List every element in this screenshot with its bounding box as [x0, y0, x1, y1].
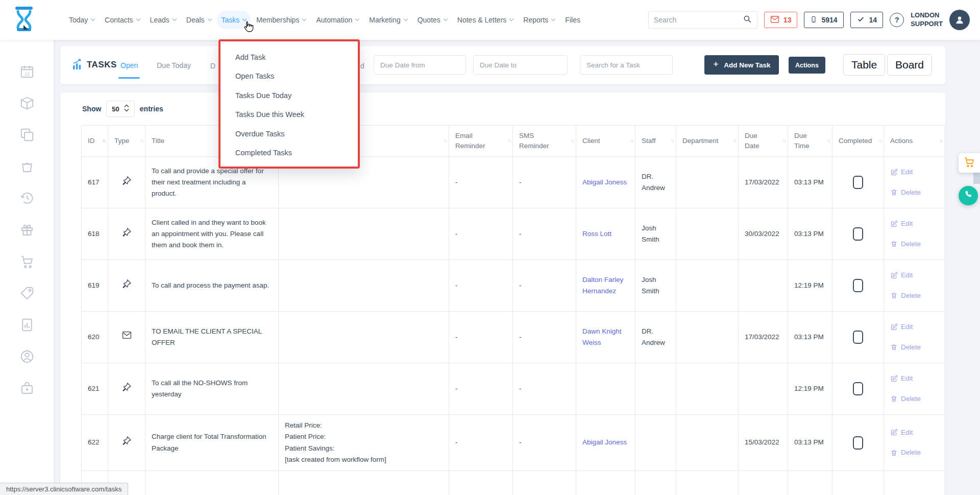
help-button[interactable]: ?	[890, 13, 904, 27]
sort-icon[interactable]: ↑↓	[507, 137, 510, 145]
sort-icon[interactable]: ↑↓	[878, 137, 881, 145]
due-date-from-input[interactable]	[374, 55, 466, 75]
duplicate-icon[interactable]	[19, 127, 35, 143]
board-view-button[interactable]: Board	[887, 54, 932, 76]
scrollbar-thumb[interactable]	[973, 173, 980, 184]
task-description	[279, 363, 449, 415]
sort-icon[interactable]: ↑↓	[103, 137, 106, 145]
avatar[interactable]	[949, 10, 970, 30]
nav-item-reports[interactable]: Reports	[519, 11, 559, 29]
support-icon[interactable]	[19, 349, 35, 364]
nav-item-files[interactable]: Files	[560, 11, 585, 29]
nav-item-leads[interactable]: Leads	[145, 11, 181, 29]
tasks-menu-item-overdue-tasks[interactable]: Overdue Tasks	[220, 124, 358, 144]
delete-task-link[interactable]: Delete	[890, 393, 921, 405]
basket-icon[interactable]	[19, 159, 35, 174]
completed-checkbox[interactable]	[853, 279, 863, 292]
page-size-select[interactable]: 50	[106, 101, 134, 117]
nav-item-deals[interactable]: Deals	[182, 11, 216, 29]
edit-task-link[interactable]: Edit	[890, 321, 913, 333]
column-header-type[interactable]: Type↑↓	[108, 126, 145, 157]
tab-fragment-right[interactable]: d	[360, 62, 364, 70]
nav-item-quotes[interactable]: Quotes	[413, 11, 452, 29]
column-header-id[interactable]: ID↑↓	[82, 126, 108, 157]
client-link[interactable]: Dalton Farley Hernandez	[582, 276, 623, 295]
floating-phone-button[interactable]	[959, 186, 978, 205]
sort-icon[interactable]: ↑↓	[939, 137, 942, 145]
delete-task-link[interactable]: Delete	[890, 239, 921, 250]
column-header-due_date[interactable]: Due Date↑↓	[739, 126, 788, 157]
column-header-actions[interactable]: Actions↑↓	[884, 126, 945, 157]
nav-item-notes-letters[interactable]: Notes & Letters	[453, 11, 518, 29]
tab-open[interactable]: Open	[120, 46, 138, 84]
tasks-menu-item-completed-tasks[interactable]: Completed Tasks	[220, 144, 358, 163]
client-link[interactable]: Ross Lott	[582, 230, 611, 238]
search-input[interactable]	[654, 16, 743, 24]
nav-item-tasks[interactable]: Tasks	[217, 11, 251, 29]
messages-badge[interactable]: 13	[764, 12, 798, 28]
column-header-completed[interactable]: Completed↑↓	[832, 126, 884, 157]
report-icon[interactable]	[19, 317, 35, 333]
package-icon[interactable]	[19, 96, 35, 111]
sort-icon[interactable]: ↑↓	[630, 137, 633, 145]
nav-item-marketing[interactable]: Marketing	[364, 11, 411, 29]
completed-checkbox[interactable]	[853, 176, 863, 189]
edit-task-link[interactable]: Edit	[890, 373, 913, 384]
edit-task-link[interactable]: Edit	[890, 270, 913, 281]
sort-icon[interactable]: ↑↓	[571, 137, 574, 145]
actions-button[interactable]: Actions	[789, 57, 825, 74]
nav-item-memberships[interactable]: Memberships	[252, 11, 310, 29]
delete-task-link[interactable]: Delete	[890, 290, 921, 301]
tasks-menu-item-tasks-due-today[interactable]: Tasks Due Today	[220, 86, 358, 105]
nav-item-automation[interactable]: Automation	[311, 11, 363, 29]
tasks-menu-item-tasks-due-this-week[interactable]: Tasks Due this Week	[220, 105, 358, 125]
delete-task-link[interactable]: Delete	[890, 342, 921, 353]
completed-checkbox[interactable]	[853, 331, 863, 344]
sort-icon[interactable]: ↑↓	[782, 137, 786, 145]
completed-checkbox[interactable]	[853, 436, 863, 450]
table-view-button[interactable]: Table	[843, 54, 885, 76]
tasks-menu-item-open-tasks[interactable]: Open Tasks	[220, 67, 358, 86]
sort-icon[interactable]: ↑↓	[671, 137, 674, 145]
task-row-621: 621To call all the NO-SHOWS from yesterd…	[82, 363, 945, 415]
client-link[interactable]: Abigail Joness	[582, 178, 627, 186]
phone-badge[interactable]: 5914	[804, 12, 843, 28]
completed-checkbox[interactable]	[853, 227, 863, 241]
client-link[interactable]: Abigail Joness	[582, 438, 627, 446]
tag-icon[interactable]	[19, 286, 35, 301]
cart-icon[interactable]	[19, 254, 35, 269]
search-icon[interactable]	[743, 14, 752, 26]
column-header-due_time[interactable]: Due Time↑↓	[788, 126, 832, 157]
gift-icon[interactable]	[19, 222, 35, 238]
column-header-email_reminder[interactable]: Email Reminder↑↓	[449, 126, 513, 157]
nav-item-today[interactable]: Today	[64, 11, 99, 29]
case-icon[interactable]	[19, 381, 35, 396]
column-header-department[interactable]: Department↑↓	[676, 126, 739, 157]
sort-icon[interactable]: ↑↓	[733, 137, 736, 145]
delete-task-link[interactable]: Delete	[890, 187, 921, 198]
column-header-staff[interactable]: Staff↑↓	[635, 126, 676, 157]
client-link[interactable]: Dawn Knight Weiss	[582, 327, 622, 346]
delete-task-link[interactable]: Delete	[890, 447, 921, 458]
tasks-menu-item-add-task[interactable]: Add Task	[220, 48, 358, 67]
due-date-to-input[interactable]	[473, 55, 568, 75]
column-header-client[interactable]: Client↑↓	[576, 126, 635, 157]
edit-task-link[interactable]: Edit	[890, 218, 913, 229]
sort-icon[interactable]: ↑↓	[140, 137, 143, 145]
edit-task-link[interactable]: Edit	[890, 427, 913, 438]
add-new-task-button[interactable]: Add New Task	[704, 55, 779, 75]
nav-item-contacts[interactable]: Contacts	[100, 11, 144, 29]
task-search-input[interactable]	[580, 55, 673, 75]
calendar-icon[interactable]: 12	[19, 64, 35, 79]
sort-icon[interactable]: ↑↓	[827, 137, 830, 145]
sort-icon[interactable]: ↑↓	[444, 137, 447, 145]
tab-due-today[interactable]: Due Today	[157, 46, 191, 84]
completed-checkbox[interactable]	[853, 382, 863, 395]
history-icon[interactable]	[19, 191, 35, 206]
column-header-sms_reminder[interactable]: SMS Reminder↑↓	[513, 126, 576, 157]
app-logo-icon[interactable]	[12, 6, 36, 34]
floating-cart-button[interactable]	[959, 153, 980, 173]
edit-task-link[interactable]: Edit	[890, 167, 913, 178]
tab-fragment-left[interactable]: D	[210, 62, 215, 70]
done-tasks-badge[interactable]: 14	[850, 12, 884, 28]
